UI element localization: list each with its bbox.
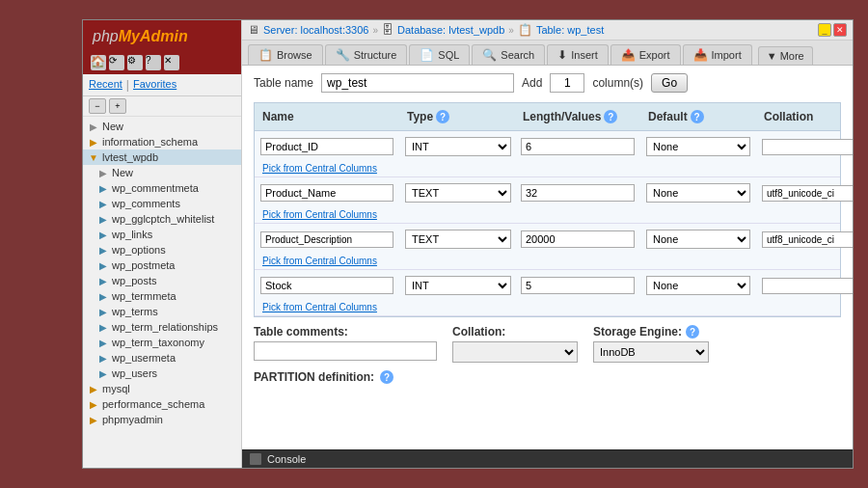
field-type-select-2[interactable]: TEXTINTVARCHAR [405,230,511,249]
tab-sql-label: SQL [438,49,459,61]
sidebar-item-new-db[interactable]: ▶ New [83,165,241,180]
table-comments-input[interactable] [254,341,437,361]
field-row-inner: TEXTINTVARCHAR NoneAs defined:NULL [255,177,840,208]
field-default-select-2[interactable]: NoneAs defined:NULL [646,230,750,249]
field-collation-input-1[interactable] [762,185,853,202]
sidebar-toolbar: − + [83,96,241,117]
sidebar-item-mysql[interactable]: ▶ mysql [83,381,241,396]
home-icon[interactable]: 🏠 [91,55,106,70]
sidebar-item-wp-terms[interactable]: ▶ wp_terms [83,304,241,319]
sidebar-item-phpmyadmin[interactable]: ▶ phpmyadmin [83,412,241,427]
field-name-input-0[interactable] [260,138,393,155]
minimize-button[interactable]: _ [818,23,831,37]
add-columns-input[interactable] [550,73,584,93]
tab-more[interactable]: ▼ More [758,46,813,65]
table-link[interactable]: Table: wp_test [536,24,604,36]
default-help-icon[interactable]: ? [691,110,704,123]
field-collation-input-2[interactable] [762,231,853,248]
sidebar-item-lvtest-wpdb[interactable]: ▼ lvtest_wpdb [83,149,241,165]
sidebar-item-wp-posts[interactable]: ▶ wp_posts [83,273,241,288]
sidebar-item-wp-options[interactable]: ▶ wp_options [83,242,241,258]
partition-help-icon[interactable]: ? [380,370,393,384]
table-name-row: Table name Add column(s) Go [254,73,841,93]
field-default-select-3[interactable]: NoneAs defined:NULL [646,276,750,295]
sidebar-item-new-top[interactable]: ▶ New [83,119,241,134]
collation-select[interactable]: utf8_unicode_ci utf8_general_ci [452,341,578,363]
field-name-input-2[interactable] [260,231,393,248]
sidebar-item-wp-comments[interactable]: ▶ wp_comments [83,196,241,211]
type-help-icon[interactable]: ? [436,110,449,123]
sidebar-item-wp-commentmeta[interactable]: ▶ wp_commentmeta [83,180,241,196]
table-icon: ▶ [96,228,110,241]
field-length-input-2[interactable] [521,230,635,248]
sidebar-item-wp-postmeta[interactable]: ▶ wp_postmeta [83,258,241,273]
close-button[interactable]: ✕ [833,23,847,37]
field-name-input-3[interactable] [260,277,393,294]
field-length-input-0[interactable] [521,138,635,155]
favorites-tab[interactable]: Favorites [133,78,176,92]
field-name-input-1[interactable] [260,184,393,202]
server-link[interactable]: Server: localhost:3306 [263,24,368,36]
field-length-input-1[interactable] [521,184,635,202]
header-collation: Collation [756,107,853,126]
sidebar-item-wp-term-taxonomy[interactable]: ▶ wp_term_taxonomy [83,335,241,350]
recent-tab[interactable]: Recent [89,78,122,92]
tab-export[interactable]: 📤 Export [610,44,681,65]
pick-central-link-3[interactable]: Pick from Central Columns [255,301,840,315]
console-label: Console [267,453,306,465]
tab-import[interactable]: 📥 Import [683,44,752,65]
field-type-cell: INTTEXTVARCHAR [399,135,515,158]
table-name-input[interactable] [321,73,514,93]
exit-icon[interactable]: ✕ [164,55,179,70]
field-default-select-0[interactable]: NoneAs defined:NULL [646,137,750,156]
table-comments-field: Table comments: [254,325,437,361]
storage-engine-help-icon[interactable]: ? [686,325,699,339]
sidebar-item-performance-schema[interactable]: ▶ performance_schema [83,396,241,412]
table-comments-label: Table comments: [254,325,437,339]
sidebar-expand-btn[interactable]: + [109,98,126,114]
sidebar-item-wp-termmeta[interactable]: ▶ wp_termmeta [83,288,241,304]
settings-icon[interactable]: ⚙ [127,55,143,70]
help-icon2[interactable]: ? [146,55,161,70]
header-type: Type ? [399,107,515,126]
table-row: INTTEXTVARCHAR NoneAs defined:NULL [255,270,840,316]
field-type-select-1[interactable]: TEXTINTVARCHAR [405,183,511,203]
field-default-cell: NoneAs defined:NULL [640,135,756,158]
sidebar-collapse-btn[interactable]: − [89,98,106,114]
field-type-select-3[interactable]: INTTEXTVARCHAR [405,276,511,295]
console-bar[interactable]: Console [242,449,853,468]
sidebar-item-wp-gglcptch[interactable]: ▶ wp_gglcptch_whitelist [83,211,241,227]
field-type-select-0[interactable]: INTTEXTVARCHAR [405,137,511,156]
sidebar-item-wp-users[interactable]: ▶ wp_users [83,366,241,381]
console-icon [250,453,261,465]
sidebar-item-wp-links[interactable]: ▶ wp_links [83,227,241,242]
field-collation-input-3[interactable] [762,278,853,294]
go-button[interactable]: Go [651,73,688,93]
field-length-input-3[interactable] [521,277,635,294]
content-area: Table name Add column(s) Go Name Type ? … [242,66,853,449]
tab-sql[interactable]: 📄 SQL [409,44,470,65]
pick-central-link-1[interactable]: Pick from Central Columns [255,208,840,223]
pick-central-link-2[interactable]: Pick from Central Columns [255,255,840,269]
header-default: Default ? [640,107,756,126]
field-collation-input-0[interactable] [762,139,853,155]
sidebar-item-information-schema[interactable]: ▶ information_schema [83,134,241,149]
import-icon: 📥 [693,48,708,62]
field-default-select-1[interactable]: NoneAs defined:NULL [646,183,750,203]
pick-central-link-0[interactable]: Pick from Central Columns [255,162,840,176]
tab-search[interactable]: 🔍 Search [472,44,545,65]
tab-structure[interactable]: 🔧 Structure [325,44,408,65]
database-link[interactable]: Database: lvtest_wpdb [397,24,504,36]
tab-browse[interactable]: 📋 Browse [248,44,323,65]
sidebar-item-wp-term-relationships[interactable]: ▶ wp_term_relationships [83,319,241,335]
refresh-icon[interactable]: ⟳ [109,55,124,70]
storage-engine-select[interactable]: InnoDB MyISAM MEMORY [593,341,709,363]
field-row-inner: INTTEXTVARCHAR NoneAs defined:NULL [255,131,840,162]
field-type-cell: TEXTINTVARCHAR [399,228,515,251]
field-default-cell: NoneAs defined:NULL [640,274,756,297]
db-expand-icon: ▼ [87,150,100,164]
length-help-icon[interactable]: ? [604,110,617,123]
field-length-cell [515,136,640,157]
sidebar-item-wp-usermeta[interactable]: ▶ wp_usermeta [83,350,241,366]
tab-insert[interactable]: ⬇ Insert [547,44,609,65]
